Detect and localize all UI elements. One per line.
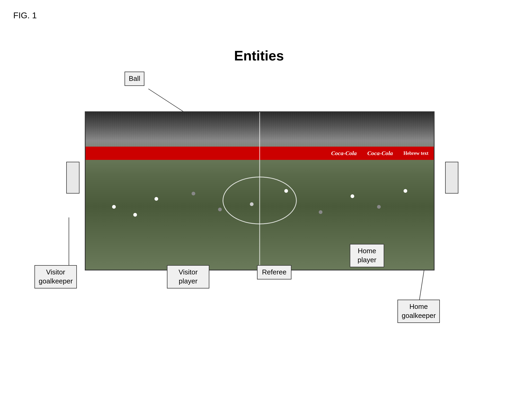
home-player-label: Homeplayer	[350, 244, 384, 267]
right-goalpost	[445, 162, 458, 194]
banner-coca-cola-2: Coca-Cola	[367, 150, 393, 157]
banner-text-other: Hebrew text	[404, 151, 428, 156]
home-goalkeeper-label: Homegoalkeeper	[397, 300, 440, 323]
diagram-container: Coca-Cola Coca-Cola Hebrew text Ball Vis…	[26, 66, 490, 384]
banner-coca-cola-1: Coca-Cola	[331, 150, 357, 157]
ball-label: Ball	[125, 72, 144, 86]
figure-label: FIG. 1	[13, 11, 37, 20]
referee-label: Referee	[257, 265, 291, 279]
visitor-goalkeeper-label: Visitorgoalkeeper	[34, 265, 77, 288]
page-title: Entities	[0, 48, 518, 64]
visitor-player-label: Visitorplayer	[167, 265, 209, 288]
left-goalpost	[66, 162, 79, 194]
